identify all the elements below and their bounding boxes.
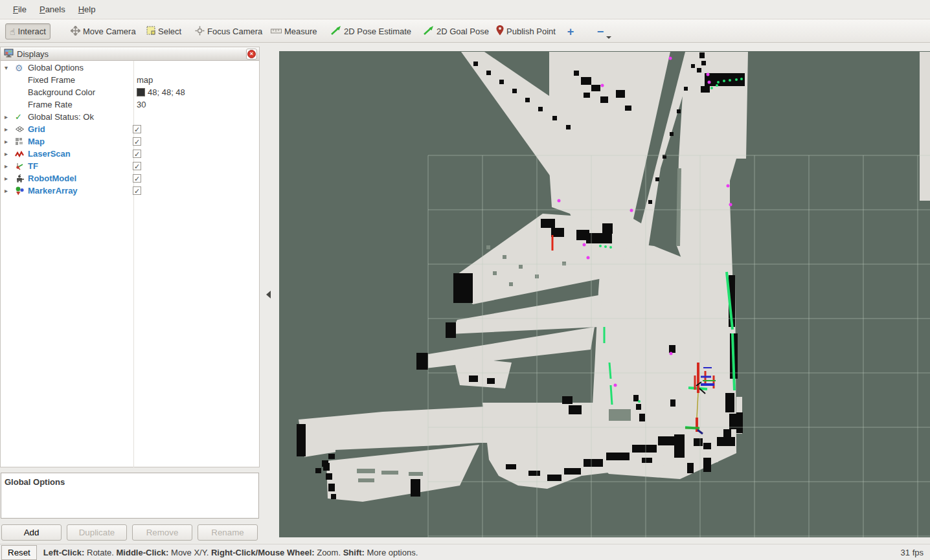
global-status-label: Global Status: Ok bbox=[28, 112, 94, 122]
add-button[interactable]: Add bbox=[1, 524, 62, 541]
menu-bar: File Panels Help bbox=[0, 0, 930, 19]
tool-label: 2D Pose Estimate bbox=[344, 27, 411, 36]
tree-row-fixed-frame[interactable]: Fixed Frame map bbox=[1, 74, 259, 86]
tree-row-markerarray[interactable]: ▸ MarkerArray ✓ bbox=[1, 185, 259, 197]
close-button[interactable]: × bbox=[246, 49, 257, 60]
plus-icon: + bbox=[567, 25, 574, 39]
frame-rate-value[interactable]: 30 bbox=[137, 100, 146, 109]
tool-label: Move Camera bbox=[83, 27, 136, 36]
tree-row-global-options[interactable]: ▾ ⚙ Global Options bbox=[1, 62, 259, 74]
fixed-frame-value[interactable]: map bbox=[137, 75, 153, 85]
tool-measure[interactable]: Measure bbox=[267, 23, 321, 39]
tool-select[interactable]: Select bbox=[142, 23, 185, 39]
expand-arrow-icon[interactable]: ▸ bbox=[5, 175, 12, 182]
render-view[interactable] bbox=[279, 51, 930, 537]
tool-2d-pose-estimate[interactable]: 2D Pose Estimate bbox=[327, 23, 415, 39]
mouse-hints: Left-Click: Rotate. Middle-Click: Move X… bbox=[43, 548, 418, 557]
splitter-collapse-icon[interactable] bbox=[266, 291, 271, 298]
status-bar: Reset Left-Click: Rotate. Middle-Click: … bbox=[0, 544, 930, 560]
fps-counter: 31 fps bbox=[901, 548, 924, 557]
selection-description-box: Global Options bbox=[1, 473, 259, 519]
map-pin-icon bbox=[496, 25, 504, 38]
move-arrows-icon bbox=[71, 26, 80, 38]
toolbar: ☝ Interact Move Camera Select Focus Came… bbox=[0, 19, 930, 43]
tool-label: Publish Point bbox=[506, 27, 556, 36]
expand-arrow-icon[interactable]: ▸ bbox=[5, 187, 12, 194]
display-name: RobotModel bbox=[28, 174, 76, 183]
minus-icon: − bbox=[597, 25, 604, 39]
reset-button[interactable]: Reset bbox=[1, 545, 37, 560]
tree-row-frame-rate[interactable]: Frame Rate 30 bbox=[1, 98, 259, 111]
rename-button[interactable]: Rename bbox=[198, 524, 258, 541]
displays-panel-header[interactable]: Displays × bbox=[1, 47, 259, 61]
expand-arrow-icon[interactable]: ▸ bbox=[5, 113, 12, 120]
menu-help[interactable]: Help bbox=[72, 2, 102, 17]
property-name: Background Color bbox=[28, 87, 95, 97]
grid-display-icon bbox=[15, 124, 25, 134]
display-name: Map bbox=[28, 137, 45, 146]
tree-row-robotmodel[interactable]: ▸ RobotModel ✓ bbox=[1, 172, 259, 185]
tool-interact[interactable]: ☝ Interact bbox=[5, 23, 51, 39]
tool-2d-goal-pose[interactable]: 2D Goal Pose bbox=[420, 23, 493, 39]
grid-checkbox[interactable]: ✓ bbox=[133, 125, 141, 133]
background-color-value[interactable]: 48; 48; 48 bbox=[148, 87, 185, 97]
ruler-icon bbox=[271, 27, 282, 36]
map-display-icon bbox=[15, 137, 25, 146]
tree-row-laserscan[interactable]: ▸ LaserScan ✓ bbox=[1, 148, 259, 160]
focus-crosshair-icon bbox=[195, 26, 205, 38]
robotmodel-checkbox[interactable]: ✓ bbox=[133, 174, 141, 183]
property-name: Frame Rate bbox=[28, 100, 73, 109]
menu-file[interactable]: File bbox=[6, 2, 33, 17]
tool-focus-camera[interactable]: Focus Camera bbox=[191, 23, 266, 39]
property-name: Fixed Frame bbox=[28, 75, 75, 85]
selection-box-icon bbox=[146, 26, 155, 37]
laserscan-display-icon bbox=[15, 149, 25, 159]
map-checkbox[interactable]: ✓ bbox=[133, 137, 141, 146]
panel-button-row: Add Duplicate Remove Rename bbox=[0, 524, 260, 542]
expand-arrow-icon[interactable]: ▸ bbox=[5, 150, 12, 157]
tool-label: Focus Camera bbox=[207, 27, 262, 36]
laserscan-checkbox[interactable]: ✓ bbox=[133, 150, 141, 158]
display-name: Grid bbox=[28, 124, 45, 134]
display-name: LaserScan bbox=[28, 149, 71, 159]
tool-label: Select bbox=[158, 27, 181, 36]
tree-row-background-color[interactable]: Background Color 48; 48; 48 bbox=[1, 86, 259, 98]
displays-tree: ▾ ⚙ Global Options Fixed Frame map Backg… bbox=[1, 62, 259, 197]
green-arrow-icon bbox=[331, 26, 341, 37]
gear-icon: ⚙ bbox=[15, 63, 25, 73]
expand-arrow-icon[interactable]: ▸ bbox=[5, 162, 12, 170]
displays-panel-title: Displays bbox=[17, 49, 49, 59]
duplicate-button[interactable]: Duplicate bbox=[67, 524, 127, 541]
displays-panel: Displays × ▾ ⚙ Global Options Fixed Fram… bbox=[0, 47, 260, 467]
markerarray-checkbox[interactable]: ✓ bbox=[133, 186, 141, 195]
monitor-icon bbox=[4, 49, 14, 60]
tool-label: Measure bbox=[284, 27, 317, 36]
selection-title: Global Options bbox=[5, 477, 65, 487]
display-name: MarkerArray bbox=[28, 186, 78, 196]
tree-row-map[interactable]: ▸ Map ✓ bbox=[1, 135, 259, 148]
tree-row-tf[interactable]: ▸ TF ✓ bbox=[1, 160, 259, 172]
add-tool-button[interactable]: + bbox=[562, 25, 579, 39]
tree-row-grid[interactable]: ▸ Grid ✓ bbox=[1, 123, 259, 135]
remove-button[interactable]: Remove bbox=[132, 524, 192, 541]
close-icon: × bbox=[247, 50, 256, 58]
display-name: TF bbox=[28, 161, 38, 171]
tool-label: 2D Goal Pose bbox=[437, 27, 489, 36]
expand-arrow-icon[interactable]: ▸ bbox=[5, 138, 12, 145]
green-arrow-icon bbox=[424, 26, 434, 37]
expand-arrow-icon[interactable]: ▾ bbox=[5, 64, 12, 71]
tool-publish-point[interactable]: Publish Point bbox=[492, 23, 560, 39]
global-options-label: Global Options bbox=[28, 63, 84, 73]
tf-checkbox[interactable]: ✓ bbox=[133, 162, 141, 170]
expand-arrow-icon[interactable]: ▸ bbox=[5, 126, 12, 133]
tool-move-camera[interactable]: Move Camera bbox=[67, 23, 140, 39]
tf-display-icon bbox=[15, 161, 25, 171]
hand-cursor-icon: ☝ bbox=[10, 27, 16, 37]
markerarray-display-icon bbox=[15, 186, 25, 196]
tool-dropdown-caret-icon[interactable] bbox=[606, 36, 611, 39]
tree-row-global-status[interactable]: ▸ ✓ Global Status: Ok bbox=[1, 111, 259, 123]
render-view-svg bbox=[279, 51, 930, 537]
menu-panels[interactable]: Panels bbox=[33, 2, 72, 17]
background-color-swatch[interactable] bbox=[137, 88, 145, 96]
tool-label: Interact bbox=[18, 27, 46, 36]
